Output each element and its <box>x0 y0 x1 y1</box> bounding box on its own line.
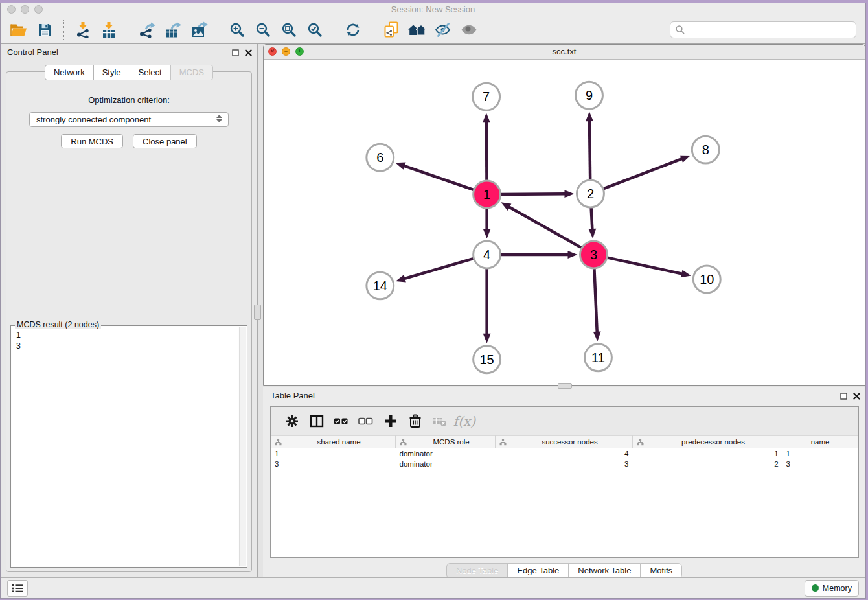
table-panel-title: Table Panel <box>271 391 315 400</box>
vertical-splitter-handle[interactable] <box>254 305 261 320</box>
tab-node-table[interactable]: Node Table <box>446 563 508 579</box>
import-table-icon[interactable] <box>96 19 122 41</box>
edge-3-11[interactable] <box>594 269 597 333</box>
search-input[interactable] <box>670 21 856 38</box>
copy-network-icon[interactable] <box>378 19 404 41</box>
float-panel-icon[interactable] <box>232 47 239 59</box>
tab-network[interactable]: Network <box>45 65 94 80</box>
column-header-shared-name[interactable]: shared name <box>271 436 396 448</box>
table-cell[interactable]: 2 <box>632 459 782 469</box>
task-history-button[interactable] <box>7 580 28 597</box>
run-mcds-button[interactable]: Run MCDS <box>61 134 123 148</box>
select-all-icon[interactable] <box>329 410 354 432</box>
mcds-result-text[interactable]: 1 3 <box>12 327 238 566</box>
zoom-fit-icon[interactable] <box>276 19 302 41</box>
close-panel-icon[interactable] <box>245 47 252 59</box>
table-cell[interactable]: 3 <box>496 459 633 469</box>
column-header-successor-nodes[interactable]: successor nodes <box>496 436 633 448</box>
network-canvas[interactable]: 7968124314101511 <box>264 60 865 385</box>
refresh-layout-icon[interactable] <box>340 19 366 41</box>
node-table: shared name MCDS role successor nodes pr… <box>271 435 858 469</box>
show-eye-icon[interactable] <box>456 19 482 41</box>
node-label: 1 <box>483 187 490 202</box>
import-network-icon[interactable] <box>70 19 96 41</box>
desktop: Session: New Session <box>0 0 868 600</box>
tab-style[interactable]: Style <box>93 65 130 80</box>
table-row[interactable]: 3dominator323 <box>271 459 858 469</box>
table-cell[interactable]: dominator <box>396 459 496 469</box>
graph-node-10[interactable]: 10 <box>693 266 720 293</box>
app-window: Session: New Session <box>0 3 866 599</box>
edge-1-7[interactable] <box>486 121 487 180</box>
memory-status-icon <box>812 584 819 592</box>
edge-arrowhead <box>681 270 691 278</box>
tab-edge-table[interactable]: Edge Table <box>507 563 569 579</box>
result-scrollbar[interactable] <box>239 327 246 566</box>
graph-node-11[interactable]: 11 <box>584 344 611 371</box>
split-columns-icon[interactable] <box>304 410 329 432</box>
table-settings-gear-icon[interactable] <box>280 410 304 432</box>
edge-3-10[interactable] <box>608 258 683 274</box>
tab-select[interactable]: Select <box>130 65 171 80</box>
table-body-background <box>271 469 858 557</box>
table-cell[interactable]: 4 <box>496 448 633 459</box>
table-cell[interactable]: 3 <box>271 459 396 469</box>
deselect-all-icon[interactable] <box>354 410 378 432</box>
table-cell[interactable]: 3 <box>782 459 858 469</box>
edge-arrowhead <box>483 113 490 122</box>
node-label: 4 <box>483 248 490 262</box>
edge-1-6[interactable] <box>404 166 474 190</box>
graph-node-2[interactable]: 2 <box>577 180 604 207</box>
edge-arrowhead <box>564 190 574 198</box>
memory-button[interactable]: Memory <box>805 580 859 597</box>
tab-motifs[interactable]: Motifs <box>640 563 682 579</box>
table-toolbar: f(x) <box>271 407 858 435</box>
export-network-icon[interactable] <box>134 19 160 41</box>
zoom-selected-icon[interactable] <box>302 19 328 41</box>
table-row[interactable]: 1dominator411 <box>271 448 858 459</box>
close-panel-button[interactable]: Close panel <box>133 134 197 148</box>
column-header-mcds-role[interactable]: MCDS role <box>396 436 496 448</box>
edge-2-9[interactable] <box>589 120 590 179</box>
edge-1-2[interactable] <box>501 194 566 194</box>
save-session-icon[interactable] <box>32 19 58 41</box>
export-image-icon[interactable] <box>186 19 212 41</box>
criterion-select[interactable]: strongly connected component <box>29 112 229 127</box>
edge-2-8[interactable] <box>604 159 683 189</box>
edge-3-1[interactable] <box>508 207 582 248</box>
column-header-name[interactable]: name <box>782 436 858 448</box>
tab-mcds[interactable]: MCDS <box>170 65 213 80</box>
graph-node-1[interactable]: 1 <box>474 181 501 208</box>
table-cell[interactable]: 1 <box>271 448 396 459</box>
graph-node-4[interactable]: 4 <box>474 241 501 268</box>
toolbar-separator <box>372 20 372 40</box>
table-cell[interactable]: 1 <box>782 448 858 459</box>
delete-column-icon[interactable] <box>403 410 428 432</box>
zoom-in-icon[interactable] <box>224 19 250 41</box>
graph-node-7[interactable]: 7 <box>473 83 500 110</box>
column-type-icon <box>275 439 282 447</box>
export-table-icon[interactable] <box>160 19 186 41</box>
column-header-predecessor-nodes[interactable]: predecessor nodes <box>632 436 782 448</box>
table-cell[interactable]: 1 <box>632 448 782 459</box>
hide-eye-icon[interactable] <box>430 19 456 41</box>
tab-network-table[interactable]: Network Table <box>568 563 641 579</box>
graph-node-8[interactable]: 8 <box>692 136 719 163</box>
zoom-out-icon[interactable] <box>250 19 276 41</box>
home-icon[interactable] <box>404 19 430 41</box>
pane-spacer <box>6 148 251 319</box>
add-column-icon[interactable] <box>378 410 403 432</box>
graph-node-9[interactable]: 9 <box>575 82 602 109</box>
graph-node-3[interactable]: 3 <box>580 241 607 268</box>
network-window-titlebar: ✕ − + scc.txt <box>264 45 865 60</box>
edge-2-3[interactable] <box>591 208 593 230</box>
close-table-panel-icon[interactable] <box>853 391 860 402</box>
open-session-icon[interactable] <box>6 19 32 41</box>
graph-node-6[interactable]: 6 <box>367 144 394 171</box>
table-cell[interactable]: dominator <box>396 448 496 459</box>
memory-label: Memory <box>823 584 852 593</box>
graph-node-15[interactable]: 15 <box>474 346 501 373</box>
float-table-panel-icon[interactable] <box>840 391 847 402</box>
graph-node-14[interactable]: 14 <box>367 272 394 299</box>
edge-4-14[interactable] <box>404 259 473 279</box>
